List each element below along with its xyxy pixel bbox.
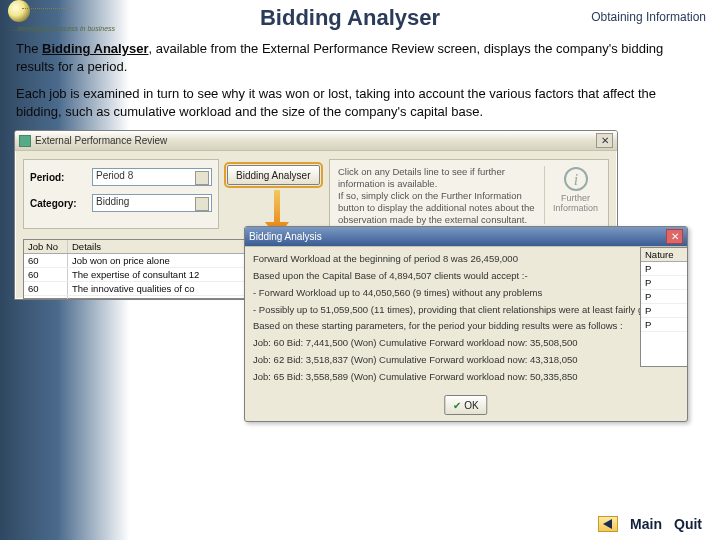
ba-line: Job: 60 Bid: 7,441,500 (Won) Cumulative …: [253, 337, 679, 350]
table-row[interactable]: 62Job won on price alone: [24, 296, 244, 300]
nature-row: P: [641, 318, 687, 332]
info-panel: Click on any Details line to see if furt…: [329, 159, 609, 229]
period-select[interactable]: Period 8: [92, 168, 212, 186]
close-icon[interactable]: ✕: [596, 133, 613, 148]
nature-row: P: [641, 304, 687, 318]
svg-text:i: i: [573, 171, 577, 188]
filter-panel: Period: Period 8 Category: Bidding: [23, 159, 219, 229]
screenshot-region: External Performance Review ✕ Period: Pe…: [14, 130, 702, 434]
ba-line: - Possibly up to 51,059,500 (11 times), …: [253, 304, 679, 317]
info-icon: i: [563, 166, 589, 192]
ba-line: Based upon the Capital Base of 4,894,507…: [253, 270, 679, 283]
ba-line: Job: 65 Bid: 3,558,589 (Won) Cumulative …: [253, 371, 679, 384]
ba-line: Forward Workload at the beginning of per…: [253, 253, 679, 266]
triangle-left-icon: [602, 519, 614, 529]
nature-header: Nature: [641, 248, 687, 262]
close-icon[interactable]: ✕: [666, 229, 683, 244]
table-row[interactable]: 60The expertise of consultant 12: [24, 268, 244, 282]
main-button[interactable]: Main: [630, 516, 662, 532]
epr-titlebar[interactable]: External Performance Review ✕: [15, 131, 617, 151]
svg-marker-2: [603, 519, 612, 529]
window-bidding-analysis: Bidding Analysis ✕ Forward Workload at t…: [244, 226, 688, 422]
product-logo: …developing success in business: [10, 4, 120, 32]
period-label: Period:: [30, 172, 86, 183]
intro-paragraph-1: The Bidding Analyser, available from the…: [16, 40, 704, 75]
bidding-analyser-button[interactable]: Bidding Analyser: [227, 165, 320, 185]
info-text: Click on any Details line to see if furt…: [338, 166, 538, 224]
ba-line: Job: 62 Bid: 3,518,837 (Won) Cumulative …: [253, 354, 679, 367]
nature-column: Nature PPPPP: [640, 247, 688, 367]
details-table[interactable]: Job No Details 60Job won on price alone6…: [23, 239, 245, 299]
ba-titlebar[interactable]: Bidding Analysis ✕: [245, 227, 687, 247]
intro-paragraph-2: Each job is examined in turn to see why …: [16, 85, 704, 120]
ba-line: Based on these starting parameters, for …: [253, 320, 679, 333]
ba-content: Forward Workload at the beginning of per…: [245, 247, 687, 394]
col-job-no[interactable]: Job No: [24, 240, 68, 253]
category-select[interactable]: Bidding: [92, 194, 212, 212]
section-label: Obtaining Information: [591, 10, 706, 24]
ba-line: - Forward Workload up to 44,050,560 (9 t…: [253, 287, 679, 300]
col-details[interactable]: Details: [68, 240, 244, 253]
system-menu-icon[interactable]: [19, 135, 31, 147]
back-button[interactable]: [598, 516, 618, 532]
category-label: Category:: [30, 198, 86, 209]
nature-row: P: [641, 262, 687, 276]
table-row[interactable]: 60Job won on price alone: [24, 254, 244, 268]
table-row[interactable]: 60The innovative qualities of co: [24, 282, 244, 296]
ok-button[interactable]: ✔ OK: [444, 395, 487, 415]
nature-row: P: [641, 276, 687, 290]
check-icon: ✔: [453, 400, 461, 411]
ba-title-text: Bidding Analysis: [249, 231, 322, 242]
quit-button[interactable]: Quit: [674, 516, 702, 532]
nature-row: P: [641, 290, 687, 304]
callout-arrow-icon: [274, 190, 280, 224]
epr-title-text: External Performance Review: [35, 135, 167, 146]
further-information-button[interactable]: i Further Information: [544, 166, 600, 224]
tagline: …developing success in business: [10, 25, 115, 32]
